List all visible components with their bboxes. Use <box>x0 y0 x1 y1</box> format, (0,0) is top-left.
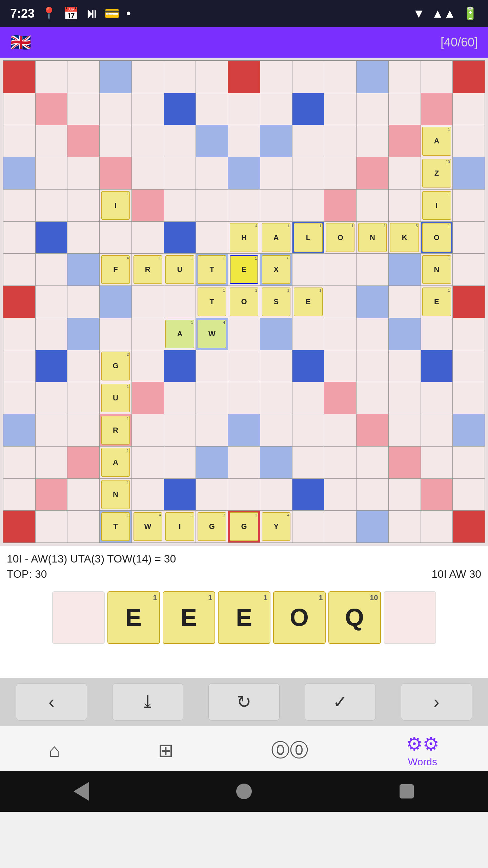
cell-13-12[interactable] <box>389 479 421 511</box>
cell-11-11[interactable] <box>357 414 388 446</box>
cell-13-4[interactable] <box>132 479 164 511</box>
tile-14-3[interactable]: T1 <box>101 512 130 541</box>
cell-4-9[interactable] <box>292 190 324 221</box>
cell-14-9[interactable] <box>292 511 324 542</box>
cell-10-3[interactable]: U1 <box>100 382 131 414</box>
cell-3-11[interactable] <box>357 157 388 189</box>
cell-0-6[interactable] <box>196 61 228 93</box>
cell-4-14[interactable] <box>453 190 485 221</box>
tile-14-6[interactable]: G2 <box>198 512 226 541</box>
cell-13-11[interactable] <box>357 479 388 511</box>
cell-14-4[interactable]: W4 <box>132 511 164 542</box>
cell-3-2[interactable] <box>67 157 99 189</box>
cell-9-6[interactable] <box>196 350 228 382</box>
cell-0-1[interactable] <box>36 61 67 93</box>
cell-8-11[interactable] <box>357 318 388 350</box>
cell-14-8[interactable]: Y4 <box>260 511 292 542</box>
cell-9-4[interactable] <box>132 350 164 382</box>
tile-6-13[interactable]: N1 <box>422 255 451 284</box>
cell-13-8[interactable] <box>260 479 292 511</box>
cell-2-13[interactable]: A1 <box>421 125 453 157</box>
rack-area[interactable]: E1E1E1O1Q10 <box>0 585 488 651</box>
cell-8-8[interactable] <box>260 318 292 350</box>
cell-12-3[interactable]: A1 <box>100 447 131 478</box>
cell-7-7[interactable]: O1 <box>228 286 260 318</box>
cell-12-10[interactable] <box>324 447 356 478</box>
cell-1-13[interactable] <box>421 93 453 125</box>
cell-1-10[interactable] <box>324 93 356 125</box>
cell-2-1[interactable] <box>36 125 67 157</box>
tile-7-7[interactable]: O1 <box>230 288 258 316</box>
tile-11-3[interactable]: R1 <box>101 416 130 445</box>
rack-tile-2[interactable]: E1 <box>163 591 215 644</box>
tile-6-5[interactable]: U1 <box>165 255 194 284</box>
cell-7-4[interactable] <box>132 286 164 318</box>
refresh-button[interactable]: ↻ <box>208 683 280 721</box>
tile-14-7[interactable]: G2 <box>230 512 258 541</box>
cell-9-10[interactable] <box>324 350 356 382</box>
cell-11-14[interactable] <box>453 414 485 446</box>
cell-5-10[interactable]: O1 <box>324 222 356 254</box>
nav-grid[interactable]: ⊞ <box>158 739 174 761</box>
cell-7-14[interactable] <box>453 286 485 318</box>
cell-12-8[interactable] <box>260 447 292 478</box>
cell-10-4[interactable] <box>132 382 164 414</box>
nav-home[interactable]: ⌂ <box>49 739 60 761</box>
cell-11-13[interactable] <box>421 414 453 446</box>
cell-10-14[interactable] <box>453 382 485 414</box>
forward-button[interactable]: › <box>401 683 472 721</box>
cell-8-4[interactable] <box>132 318 164 350</box>
cell-14-6[interactable]: G2 <box>196 511 228 542</box>
cell-7-5[interactable] <box>164 286 196 318</box>
cell-3-13[interactable]: Z10 <box>421 157 453 189</box>
cell-12-14[interactable] <box>453 447 485 478</box>
cell-4-5[interactable] <box>164 190 196 221</box>
cell-12-9[interactable] <box>292 447 324 478</box>
cell-0-10[interactable] <box>324 61 356 93</box>
cell-0-4[interactable] <box>132 61 164 93</box>
tile-14-4[interactable]: W4 <box>134 512 162 541</box>
cell-13-14[interactable] <box>453 479 485 511</box>
cell-12-2[interactable] <box>67 447 99 478</box>
game-board[interactable]: A1Z10I1I1H4A1L1O1N1K5O1F4R1U1T1E1X8N1T1O… <box>0 58 488 546</box>
cell-7-8[interactable]: S1 <box>260 286 292 318</box>
board-grid[interactable]: A1Z10I1I1H4A1L1O1N1K5O1F4R1U1T1E1X8N1T1O… <box>3 60 485 543</box>
cell-13-5[interactable] <box>164 479 196 511</box>
cell-0-9[interactable] <box>292 61 324 93</box>
tile-5-12[interactable]: K5 <box>390 223 419 252</box>
cell-8-13[interactable] <box>421 318 453 350</box>
cell-0-3[interactable] <box>100 61 131 93</box>
cell-6-12[interactable] <box>389 254 421 285</box>
cell-14-2[interactable] <box>67 511 99 542</box>
cell-10-11[interactable] <box>357 382 388 414</box>
cell-4-4[interactable] <box>132 190 164 221</box>
cell-3-9[interactable] <box>292 157 324 189</box>
cell-1-12[interactable] <box>389 93 421 125</box>
tile-5-11[interactable]: N1 <box>358 223 387 252</box>
cell-0-12[interactable] <box>389 61 421 93</box>
cell-8-1[interactable] <box>36 318 67 350</box>
cell-2-7[interactable] <box>228 125 260 157</box>
cell-4-0[interactable] <box>3 190 35 221</box>
cell-6-5[interactable]: U1 <box>164 254 196 285</box>
tile-5-9[interactable]: L1 <box>294 223 322 252</box>
cell-12-0[interactable] <box>3 447 35 478</box>
cell-2-12[interactable] <box>389 125 421 157</box>
cell-2-8[interactable] <box>260 125 292 157</box>
cell-8-14[interactable] <box>453 318 485 350</box>
tile-14-5[interactable]: I1 <box>165 512 194 541</box>
tile-7-6[interactable]: T1 <box>198 288 226 316</box>
cell-6-14[interactable] <box>453 254 485 285</box>
cell-5-8[interactable]: A1 <box>260 222 292 254</box>
cell-13-0[interactable] <box>3 479 35 511</box>
cell-6-11[interactable] <box>357 254 388 285</box>
cell-8-0[interactable] <box>3 318 35 350</box>
cell-11-12[interactable] <box>389 414 421 446</box>
cell-3-5[interactable] <box>164 157 196 189</box>
cell-10-9[interactable] <box>292 382 324 414</box>
cell-14-12[interactable] <box>389 511 421 542</box>
tile-7-9[interactable]: E1 <box>294 288 322 316</box>
rack-tile-0[interactable] <box>52 591 105 644</box>
cell-1-7[interactable] <box>228 93 260 125</box>
cell-5-3[interactable] <box>100 222 131 254</box>
